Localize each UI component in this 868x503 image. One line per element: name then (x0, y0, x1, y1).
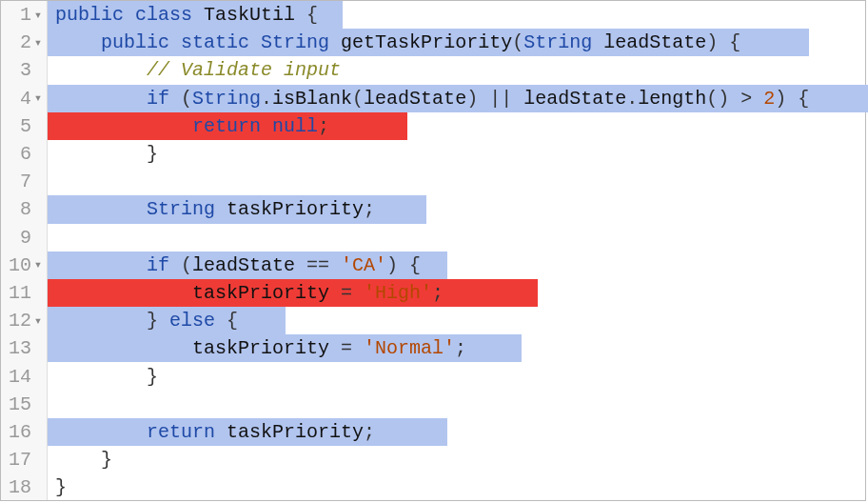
token-pn (249, 31, 261, 53)
token-pn (55, 254, 147, 276)
code-line[interactable]: public static String getTaskPriority(Str… (48, 29, 865, 56)
token-pn: . (261, 88, 272, 110)
line-text: // Validate input (48, 59, 341, 81)
token-id: leadState (364, 88, 466, 110)
line-text: return null; (48, 115, 329, 137)
code-line[interactable]: } (48, 362, 865, 390)
code-line[interactable]: String taskPriority; (48, 195, 865, 223)
token-st: 'CA' (341, 254, 386, 276)
token-pn (55, 421, 147, 443)
token-pn: ) { (706, 31, 740, 53)
code-line[interactable]: taskPriority = 'High'; (48, 279, 865, 307)
fold-toggle[interactable]: ▾ (31, 314, 45, 328)
token-pn: } (55, 310, 169, 332)
token-pn: ) { (775, 88, 809, 110)
gutter-row: 6 (1, 140, 47, 168)
code-line[interactable]: } (48, 140, 865, 168)
fold-toggle[interactable]: ▾ (31, 258, 45, 272)
line-number: 14 (7, 366, 31, 388)
code-line[interactable] (48, 224, 865, 252)
token-pn: } (55, 449, 112, 471)
token-pn (215, 421, 227, 443)
token-pn (261, 115, 272, 137)
line-text: } (48, 476, 67, 498)
token-pn (169, 31, 181, 53)
token-pn: ; (432, 282, 444, 304)
fold-toggle[interactable]: ▾ (31, 36, 45, 50)
line-text: } else { (48, 310, 238, 332)
token-pn: { (215, 310, 238, 332)
line-number: 8 (7, 198, 31, 220)
code-line[interactable]: return taskPriority; (48, 418, 865, 446)
token-pn (55, 59, 147, 81)
token-pn: ) || (466, 88, 523, 110)
line-number: 4 (7, 88, 31, 110)
line-number: 5 (7, 115, 31, 137)
token-pn: = (329, 282, 364, 304)
gutter-row: 15 (1, 391, 47, 418)
line-number: 16 (7, 421, 31, 443)
line-number: 6 (7, 143, 31, 165)
token-pn: ( (169, 254, 192, 276)
token-kw: return (147, 421, 215, 443)
line-number: 2 (7, 31, 31, 53)
token-pn (55, 198, 147, 220)
code-editor[interactable]: 1▾2▾34▾5678910▾1112▾131415161718 public … (0, 0, 866, 501)
code-line[interactable]: } (48, 446, 865, 473)
token-id: leadState (192, 254, 295, 276)
token-kw: if (147, 254, 169, 276)
line-text: return taskPriority; (48, 421, 375, 443)
token-cm: // Validate input (147, 59, 341, 81)
code-line[interactable]: return null; (48, 112, 865, 140)
token-kw: class (135, 4, 192, 26)
token-pn (55, 282, 192, 304)
token-pn: { (295, 4, 318, 26)
code-line[interactable] (48, 168, 865, 195)
gutter-row: 5 (1, 112, 47, 140)
token-pn: ; (364, 198, 375, 220)
line-text: String taskPriority; (48, 198, 375, 220)
line-number: 18 (7, 476, 31, 498)
code-area[interactable]: public class TaskUtil { public static St… (48, 1, 865, 500)
token-pn: = (329, 337, 364, 359)
token-ty: String (261, 31, 329, 53)
gutter-row: 3 (1, 56, 47, 84)
fold-toggle[interactable]: ▾ (31, 91, 45, 105)
code-line[interactable] (48, 391, 865, 418)
token-pn: } (55, 476, 67, 498)
line-text: taskPriority = 'Normal'; (48, 337, 466, 359)
line-number: 1 (7, 4, 31, 26)
token-fn: isBlank (272, 88, 352, 110)
token-pn (592, 31, 603, 53)
code-line[interactable]: } (48, 473, 865, 501)
token-ty: String (523, 31, 592, 53)
line-number: 12 (7, 310, 31, 332)
line-number: 11 (7, 282, 31, 304)
token-pn: ; (455, 337, 466, 359)
token-st: 'Normal' (364, 337, 455, 359)
token-pn (55, 337, 192, 359)
line-text: if (leadState == 'CA') { (48, 254, 421, 276)
line-number: 10 (7, 254, 31, 276)
code-line[interactable]: if (String.isBlank(leadState) || leadSta… (48, 85, 865, 112)
token-kw: if (147, 88, 169, 110)
token-kw: null (272, 115, 318, 137)
code-line[interactable]: if (leadState == 'CA') { (48, 252, 865, 279)
token-pn: ( (169, 88, 192, 110)
token-pn (55, 31, 101, 53)
token-id: TaskUtil (204, 4, 295, 26)
token-id: taskPriority (227, 421, 364, 443)
fold-toggle[interactable]: ▾ (31, 9, 45, 22)
token-id: taskPriority (192, 337, 329, 359)
token-pn: . (626, 88, 638, 110)
code-line[interactable]: // Validate input (48, 56, 865, 84)
code-line[interactable]: } else { (48, 307, 865, 334)
token-kw: return (192, 115, 261, 137)
gutter-row: 18 (1, 473, 47, 501)
gutter-row: 11 (1, 279, 47, 307)
code-line[interactable]: taskPriority = 'Normal'; (48, 334, 865, 362)
gutter-row: 1▾ (1, 1, 47, 29)
token-pn: () > (706, 88, 763, 110)
code-line[interactable]: public class TaskUtil { (48, 1, 865, 29)
token-ty: String (147, 198, 215, 220)
